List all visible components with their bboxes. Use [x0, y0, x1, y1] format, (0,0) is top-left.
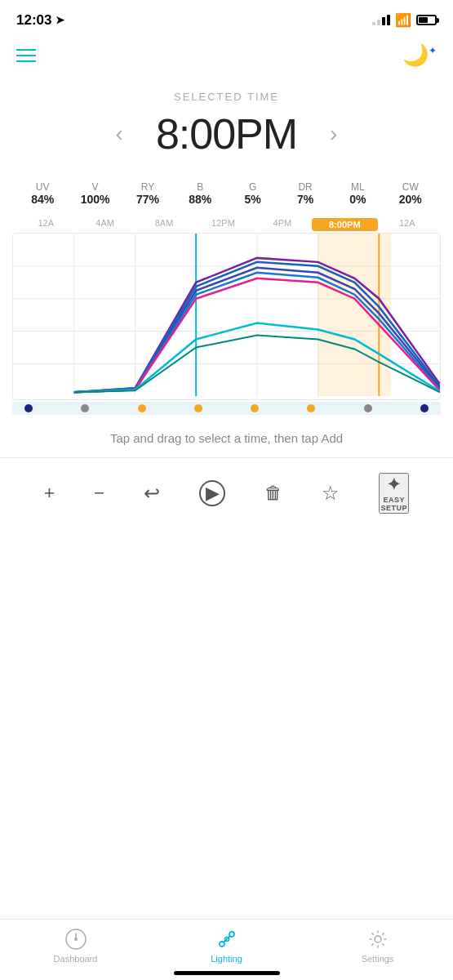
battery-icon — [416, 15, 437, 25]
time-label-12a: 12A — [378, 218, 437, 231]
scroll-dot-5 — [307, 404, 315, 412]
scroll-dot-0 — [24, 404, 33, 412]
delete-icon: 🗑 — [264, 483, 282, 504]
svg-point-14 — [229, 932, 234, 937]
scroll-dot-3 — [194, 404, 202, 412]
next-time-button[interactable]: › — [322, 121, 345, 147]
chart-svg[interactable] — [13, 234, 440, 396]
toolbar: + − ↩ ▶ 🗑 ☆ ✦ EASYSETUP — [0, 458, 453, 528]
time-label-8am: 8AM — [135, 218, 193, 231]
scroll-dot-7 — [420, 404, 429, 412]
undo-button[interactable]: ↩ — [144, 482, 160, 505]
nav-settings-label: Settings — [362, 954, 394, 964]
svg-point-17 — [375, 936, 381, 942]
time-nav: ‹ 8:00PM › — [0, 109, 453, 158]
channel-item-v: V 100% — [69, 181, 121, 206]
signal-icon — [372, 15, 390, 25]
app-header: 🌙✦ — [0, 36, 453, 74]
delete-button[interactable]: 🗑 — [264, 483, 282, 504]
settings-icon — [366, 928, 389, 951]
scroll-dot-1 — [81, 404, 89, 412]
wifi-icon: 📶 — [395, 12, 411, 28]
channel-item-cw: CW 20% — [384, 181, 437, 206]
svg-point-12 — [74, 938, 78, 941]
nav-dashboard[interactable]: Dashboard — [0, 928, 151, 964]
chart-time-labels: 12A4AM8AM12PM4PM8:00PM12A — [12, 218, 441, 231]
menu-button[interactable] — [16, 49, 36, 62]
easy-setup-button[interactable]: ✦ EASYSETUP — [379, 473, 409, 514]
channel-item-dr: DR 7% — [279, 181, 331, 206]
prev-time-button[interactable]: ‹ — [108, 121, 131, 147]
nav-settings[interactable]: Settings — [302, 928, 453, 964]
favorite-button[interactable]: ☆ — [322, 482, 340, 505]
chart-container[interactable]: 12A4AM8AM12PM4PM8:00PM12A — [12, 218, 441, 415]
channel-values: UV 84% V 100% RY 77% B 88% G 5% DR 7% ML… — [0, 167, 453, 214]
status-time: 12:03 ➤ — [16, 12, 64, 29]
channel-item-uv: UV 84% — [16, 181, 69, 206]
channel-item-ml: ML 0% — [331, 181, 384, 206]
status-bar: 12:03 ➤ 📶 — [0, 0, 453, 36]
selected-time-label: SELECTED TIME — [0, 91, 453, 103]
easy-setup-label: EASYSETUP — [380, 496, 407, 512]
time-value: 8:00PM — [156, 109, 297, 158]
time-label-12pm: 12PM — [193, 218, 252, 231]
chart-scrollbar[interactable] — [12, 402, 441, 415]
play-icon: ▶ — [199, 480, 225, 506]
scroll-dot-4 — [251, 404, 259, 412]
nav-lighting[interactable]: Lighting — [151, 928, 302, 964]
time-label-4am: 4AM — [75, 218, 134, 231]
scroll-dots — [16, 404, 437, 412]
channel-item-b: B 88% — [174, 181, 226, 206]
remove-icon: − — [94, 483, 104, 504]
time-label-800pm: 8:00PM — [312, 218, 377, 231]
undo-icon: ↩ — [144, 482, 160, 505]
channel-item-ry: RY 77% — [122, 181, 174, 206]
favorite-icon: ☆ — [322, 482, 340, 505]
nav-dashboard-label: Dashboard — [54, 954, 98, 964]
play-button[interactable]: ▶ — [199, 480, 225, 506]
time-display: 12:03 — [16, 12, 51, 29]
home-indicator — [174, 971, 280, 975]
hint-text: Tap and drag to select a time, then tap … — [0, 415, 453, 457]
channel-item-g: G 5% — [227, 181, 279, 206]
time-label-12a: 12A — [16, 218, 75, 231]
night-mode-button[interactable]: 🌙✦ — [402, 42, 437, 68]
dashboard-icon — [64, 928, 87, 951]
status-icons: 📶 — [372, 12, 437, 28]
remove-button[interactable]: − — [94, 483, 104, 504]
scroll-dot-2 — [138, 404, 146, 412]
time-label-4pm: 4PM — [253, 218, 312, 231]
add-button[interactable]: + — [44, 483, 55, 504]
location-icon: ➤ — [56, 14, 64, 26]
nav-lighting-label: Lighting — [211, 954, 242, 964]
selected-time-section: SELECTED TIME ‹ 8:00PM › — [0, 74, 453, 167]
add-icon: + — [44, 483, 55, 504]
scroll-dot-6 — [364, 404, 372, 412]
svg-point-13 — [220, 942, 224, 947]
lighting-icon — [215, 928, 238, 951]
easy-setup-icon: ✦ — [387, 474, 401, 494]
chart-svg-wrapper[interactable] — [12, 233, 441, 400]
